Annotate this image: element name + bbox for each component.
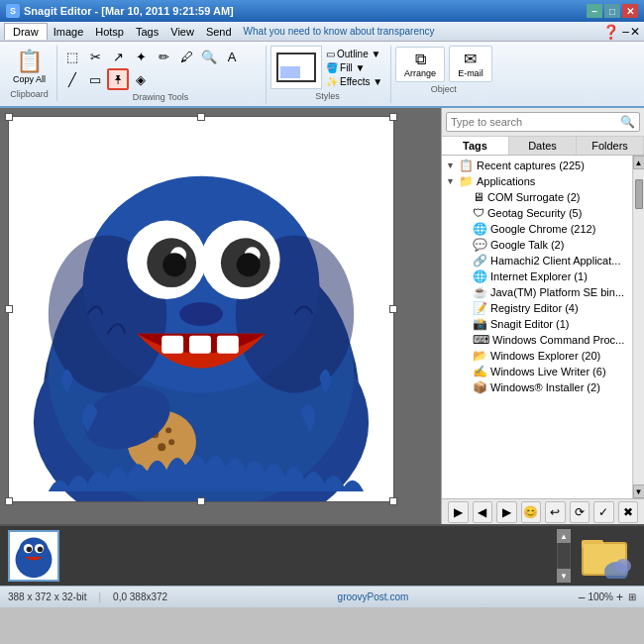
tree-item[interactable]: 📂Windows Explorer (20) bbox=[442, 348, 632, 364]
ribbon: 📋 Copy All Clipboard ⬚ ✂ ↗ ✦ ✏ 🖊 🔍 A ╱ ▭… bbox=[0, 42, 644, 108]
tab-draw[interactable]: Draw bbox=[4, 23, 48, 40]
styles-preview-button[interactable] bbox=[270, 46, 322, 89]
tab-folders[interactable]: Folders bbox=[577, 137, 644, 155]
tab-help[interactable]: What you need to know about transparency bbox=[238, 24, 441, 39]
thumb-scroll-down[interactable]: ▼ bbox=[557, 569, 571, 583]
tree-item-label: Snagit Editor (1) bbox=[490, 318, 569, 330]
undo-btn[interactable]: ↩ bbox=[545, 501, 566, 523]
handle-tr[interactable] bbox=[389, 113, 397, 121]
tab-tags[interactable]: Tags bbox=[130, 24, 164, 40]
minimize-button[interactable]: – bbox=[587, 4, 602, 18]
tree-item[interactable]: ⌨Windows Command Proc... bbox=[442, 332, 632, 348]
fill-tool-btn[interactable]: ◈ bbox=[130, 68, 152, 90]
tree-expand-icon: ▼ bbox=[446, 176, 456, 186]
tree-item[interactable]: 🖥COM Surrogate (2) bbox=[442, 189, 632, 205]
zoom-in-button[interactable]: + bbox=[616, 590, 623, 604]
next-btn[interactable]: ▶ bbox=[496, 501, 517, 523]
tree-item[interactable]: 🛡Geotag Security (5) bbox=[442, 205, 632, 221]
tab-image[interactable]: Image bbox=[48, 24, 90, 40]
handle-tm[interactable] bbox=[197, 113, 205, 121]
svg-point-22 bbox=[158, 443, 165, 451]
thumb-scroll-area: ▲ ▼ bbox=[557, 529, 571, 583]
tab-dates[interactable]: Dates bbox=[509, 137, 577, 155]
prev-btn[interactable]: ◀ bbox=[473, 501, 493, 523]
thumb-scroll-up[interactable]: ▲ bbox=[557, 529, 571, 543]
pencil-tool-btn[interactable]: ✏ bbox=[153, 46, 174, 67]
outline-button[interactable]: ▭ Outline ▼ bbox=[324, 48, 384, 60]
arrange-button[interactable]: ⧉ Arrange bbox=[395, 47, 445, 82]
email-button[interactable]: ✉ E-mail bbox=[449, 46, 492, 82]
handle-mr[interactable] bbox=[389, 305, 397, 313]
canvas-area bbox=[0, 108, 441, 524]
tree-item[interactable]: 🔗Hamachi2 Client Applicat... bbox=[442, 253, 632, 268]
svg-point-13 bbox=[162, 253, 186, 276]
tree-item-icon: 🌐 bbox=[473, 269, 487, 283]
tree-item-label: Applications bbox=[477, 175, 535, 187]
tree-item[interactable]: ☕Java(TM) Platform SE bin... bbox=[442, 284, 632, 300]
svg-rect-18 bbox=[217, 336, 239, 354]
handle-bm[interactable] bbox=[197, 497, 205, 505]
text-tool-btn[interactable]: A bbox=[221, 46, 243, 67]
arrow-tool-btn[interactable]: ↗ bbox=[107, 46, 129, 67]
crop-tool-btn[interactable]: ✂ bbox=[84, 46, 106, 67]
tree-item[interactable]: 🌐Google Chrome (212) bbox=[442, 221, 632, 237]
maximize-button[interactable]: □ bbox=[604, 4, 620, 18]
tree-item[interactable]: ✍Windows Live Writer (6) bbox=[442, 364, 632, 379]
tree-item[interactable]: 💬Google Talk (2) bbox=[442, 237, 632, 253]
svg-point-15 bbox=[179, 302, 223, 326]
svg-point-21 bbox=[165, 427, 171, 433]
pen-tool-btn[interactable]: 🖊 bbox=[175, 46, 197, 67]
tab-hotsp[interactable]: Hotsp bbox=[89, 24, 130, 40]
smile-btn[interactable]: 😊 bbox=[521, 501, 542, 523]
rect-tool-btn[interactable]: ▭ bbox=[84, 68, 106, 90]
tree-item[interactable]: 🌐Internet Explorer (1) bbox=[442, 268, 632, 284]
zoom-fit-button[interactable]: ⊞ bbox=[628, 591, 636, 602]
check-btn[interactable]: ✓ bbox=[593, 501, 614, 523]
tree-item[interactable]: 📦Windows® Installer (2) bbox=[442, 379, 632, 395]
search-input[interactable] bbox=[451, 116, 620, 128]
scroll-down-button[interactable]: ▼ bbox=[633, 484, 645, 498]
tree-item-label: COM Surrogate (2) bbox=[487, 191, 581, 203]
select-tool-btn[interactable]: ⬚ bbox=[61, 46, 83, 67]
tree-item[interactable]: 📝Registry Editor (4) bbox=[442, 300, 632, 316]
delete-btn[interactable]: ✖ bbox=[618, 501, 639, 523]
thumbnail-item[interactable] bbox=[8, 530, 59, 582]
tab-send[interactable]: Send bbox=[200, 24, 238, 40]
zoom-out-button[interactable]: – bbox=[579, 590, 586, 604]
handle-tl[interactable] bbox=[5, 113, 13, 121]
search-input-wrap[interactable]: 🔍 bbox=[446, 112, 640, 132]
scroll-up-button[interactable]: ▲ bbox=[633, 156, 645, 169]
tab-tags[interactable]: Tags bbox=[442, 137, 509, 155]
line-tool-btn[interactable]: ╱ bbox=[61, 68, 83, 90]
help-icon[interactable]: ❓ bbox=[602, 24, 619, 40]
tree-item[interactable]: ▼📋Recent captures (225) bbox=[442, 158, 632, 173]
tree-item-label: Windows Command Proc... bbox=[492, 334, 624, 346]
tree-item[interactable]: ▼📁Applications bbox=[442, 173, 632, 189]
zoom-tool-btn[interactable]: 🔍 bbox=[198, 46, 220, 67]
play-btn[interactable]: ▶ bbox=[448, 501, 469, 523]
tree-item-label: Hamachi2 Client Applicat... bbox=[490, 255, 620, 267]
scroll-thumb[interactable] bbox=[635, 179, 643, 209]
ribbon-close-icon[interactable]: ✕ bbox=[630, 25, 640, 39]
close-button[interactable]: ✕ bbox=[622, 4, 638, 18]
redo-btn[interactable]: ⟳ bbox=[570, 501, 590, 523]
canvas-container[interactable] bbox=[8, 116, 394, 502]
tab-view[interactable]: View bbox=[164, 24, 200, 40]
fill-button[interactable]: 🪣 Fill ▼ bbox=[324, 61, 384, 74]
handle-ml[interactable] bbox=[5, 305, 13, 313]
handle-br[interactable] bbox=[389, 497, 397, 505]
effects-button[interactable]: ✨ Effects ▼ bbox=[324, 75, 384, 88]
star-tool-btn[interactable]: ✦ bbox=[130, 46, 152, 67]
outline-fill-effects: ▭ Outline ▼ 🪣 Fill ▼ ✨ Effects ▼ bbox=[324, 48, 384, 88]
tree-item[interactable]: 📸Snagit Editor (1) bbox=[442, 316, 632, 332]
stamp-tool-btn[interactable]: 🖈 bbox=[107, 68, 129, 90]
tree-item-icon: 📂 bbox=[473, 349, 487, 363]
copy-all-button[interactable]: 📋 Copy All bbox=[8, 46, 51, 87]
tree-item-label: Windows® Installer (2) bbox=[490, 381, 600, 393]
ribbon-minimize-icon[interactable]: – bbox=[622, 25, 629, 39]
main-content: 🔍 Tags Dates Folders ▼📋Recent captures (… bbox=[0, 108, 644, 524]
tree-item-label: Windows Live Writer (6) bbox=[490, 366, 606, 377]
handle-bl[interactable] bbox=[5, 497, 13, 505]
scroll-track[interactable] bbox=[634, 169, 644, 484]
panel-scrollbar: ▲ ▼ bbox=[632, 156, 644, 498]
